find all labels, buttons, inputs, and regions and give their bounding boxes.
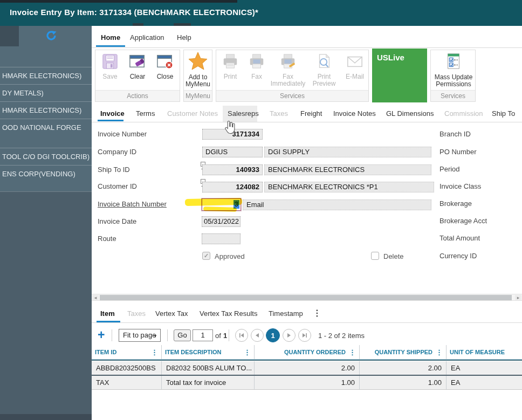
tab-customer-notes[interactable]: Customer Notes <box>167 109 218 118</box>
check-icon: ✓ <box>204 252 209 259</box>
print-preview-icon <box>308 53 340 72</box>
column-header-unit-of-measure[interactable]: UNIT OF MEASURE <box>447 345 522 359</box>
invoice-date-input[interactable]: 05/31/2022 <box>202 216 241 227</box>
row-count-text: 1 - 2 of 2 items <box>318 332 365 340</box>
recent-record-item[interactable]: HMARK ELECTRONICS) <box>0 101 92 119</box>
tab-ship-to[interactable]: Ship To <box>492 109 515 118</box>
last-page-button[interactable] <box>298 329 311 342</box>
mass-update-permissions-button[interactable]: Mass Update Permissions <box>433 52 474 88</box>
sidebar-top-corner <box>0 26 19 46</box>
top-edge-strip <box>0 0 237 3</box>
column-menu-icon[interactable]: ⋮ <box>244 348 251 356</box>
scrollbar-thumb[interactable] <box>100 295 512 300</box>
scroll-left-button[interactable]: ◂ <box>92 295 99 300</box>
toolbar-separator <box>167 329 168 341</box>
go-button[interactable]: Go <box>174 329 191 341</box>
environment-badge: USLive <box>372 49 427 102</box>
company-id-label: Company ID <box>98 148 136 156</box>
history-undo-icon[interactable] <box>45 29 58 44</box>
menu-tab-home[interactable]: Home <box>101 33 120 42</box>
recent-record-item[interactable]: ENS CORP(VENDING) <box>0 165 92 182</box>
column-header-item-description[interactable]: ITEM DESCRIPTION ⋮ <box>162 345 255 359</box>
customer-id-input[interactable]: 124082 <box>202 182 263 192</box>
group-label-actions: Actions <box>95 90 180 101</box>
grid-header-underline <box>92 360 522 361</box>
column-menu-icon[interactable]: ⋮ <box>436 348 443 356</box>
column-menu-icon[interactable]: ⋮ <box>349 348 356 356</box>
table-row[interactable]: ABBD82032500BS D82032 500BS ALUM TO... 2… <box>92 361 522 375</box>
detail-tab-timestamp[interactable]: Timestamp <box>269 309 303 318</box>
invoice-batch-number-label[interactable]: Invoice Batch Number <box>98 200 167 208</box>
recent-record-item[interactable]: HMARK ELECTRONICS) <box>0 67 92 84</box>
save-button[interactable]: Save <box>98 53 122 80</box>
column-header-quantity-ordered[interactable]: QUANTITY ORDERED ⋮ <box>255 345 360 359</box>
detail-tab-taxes[interactable]: Taxes <box>127 309 146 318</box>
group-label-services-2: Services <box>431 90 475 101</box>
delete-checkbox[interactable] <box>371 252 379 260</box>
grid-bottom-border <box>92 389 522 390</box>
previous-page-button[interactable] <box>251 329 264 342</box>
menu-divider <box>92 47 522 48</box>
tab-taxes[interactable]: Taxes <box>270 109 288 118</box>
route-input[interactable] <box>202 233 241 244</box>
tab-freight[interactable]: Freight <box>300 109 322 118</box>
branch-id-label: Branch ID <box>439 130 471 138</box>
column-header-quantity-shipped[interactable]: QUANTITY SHIPPED ⋮ <box>360 345 447 359</box>
table-row[interactable]: TAX Total tax for invoice 1.00 1.00 EA <box>92 376 522 389</box>
tab-salesreps[interactable]: Salesreps <box>228 109 259 118</box>
sidebar: HMARK ELECTRONICS) DY METALS) HMARK ELEC… <box>0 26 92 420</box>
detail-tab-vertex-tax-results[interactable]: Vertex Tax Results <box>200 309 257 318</box>
period-label: Period <box>439 165 460 173</box>
tab-gl-dimensions[interactable]: GL Dimensions <box>386 109 434 118</box>
tab-overflow-icon[interactable]: ⋮ <box>313 308 321 318</box>
recent-record-item[interactable]: DY METALS) <box>0 84 92 101</box>
company-id-input[interactable]: DGIUS <box>202 147 263 157</box>
fax-immediately-button[interactable]: Fax Immediately <box>270 53 306 87</box>
detail-tab-item[interactable]: Item <box>100 309 115 318</box>
tab-terms[interactable]: Terms <box>136 109 155 118</box>
detail-tab-vertex-tax[interactable]: Vertex Tax <box>155 309 188 318</box>
batch-description: Email <box>243 199 431 210</box>
clear-button[interactable]: Clear <box>125 53 150 80</box>
po-number-label: PO Number <box>439 148 477 156</box>
tab-commission[interactable]: Commission <box>444 109 483 118</box>
page-number-input[interactable]: 1 <box>193 329 213 341</box>
page-size-value: Fit to page <box>123 331 156 339</box>
toolbar-separator <box>229 329 229 341</box>
add-row-icon[interactable]: + <box>98 329 105 341</box>
approved-checkbox[interactable]: ✓ <box>202 252 210 260</box>
ship-to-id-input[interactable]: 140933 <box>202 164 263 175</box>
decorative-notch <box>174 23 191 26</box>
scroll-right-button[interactable]: ▸ <box>515 295 521 300</box>
page-size-select[interactable]: Fit to page ▼ <box>119 329 161 342</box>
print-preview-button[interactable]: Print Preview <box>308 53 340 87</box>
toolbar-separator <box>112 329 112 341</box>
route-label: Route <box>98 235 116 243</box>
recent-record-item[interactable]: TOOL C/O DGI TOOLCRIB) <box>0 148 92 165</box>
tab-invoice-notes[interactable]: Invoice Notes <box>333 109 376 118</box>
column-header-item-id[interactable]: ITEM ID ⋮ <box>92 345 162 359</box>
email-button[interactable]: E-Mail <box>342 53 367 80</box>
add-to-mymenu-button[interactable]: Add to MyMenu <box>184 51 211 88</box>
menu-tab-application[interactable]: Application <box>130 33 164 42</box>
tab-invoice[interactable]: Invoice <box>100 109 125 118</box>
save-icon <box>98 53 122 72</box>
group-label-services: Services <box>216 90 368 101</box>
current-page-button[interactable]: 1 <box>266 328 280 342</box>
column-menu-icon[interactable]: ⋮ <box>151 348 158 356</box>
menu-tab-help[interactable]: Help <box>177 33 191 42</box>
ribbon-group-services-2: Mass Update Permissions Services <box>430 50 476 102</box>
next-page-button[interactable] <box>283 329 296 342</box>
email-icon <box>342 53 367 72</box>
invoice-number-label: Invoice Number <box>98 130 147 138</box>
horizontal-scrollbar[interactable]: ◂ ▸ <box>92 294 522 301</box>
close-icon <box>153 53 177 72</box>
close-button[interactable]: Close <box>153 53 177 80</box>
window-title: Invoice Entry By Item: 3171334 (BENCHMAR… <box>10 8 258 17</box>
company-id-description: DGI SUPPLY <box>264 147 431 157</box>
fax-button[interactable]: Fax <box>245 53 269 80</box>
recent-record-item[interactable]: OOD NATIONAL FORGE <box>0 119 92 148</box>
first-page-button[interactable] <box>235 329 248 342</box>
print-button[interactable]: Print <box>218 53 242 80</box>
ribbon-group-actions: Save Clear Close <box>95 50 180 102</box>
